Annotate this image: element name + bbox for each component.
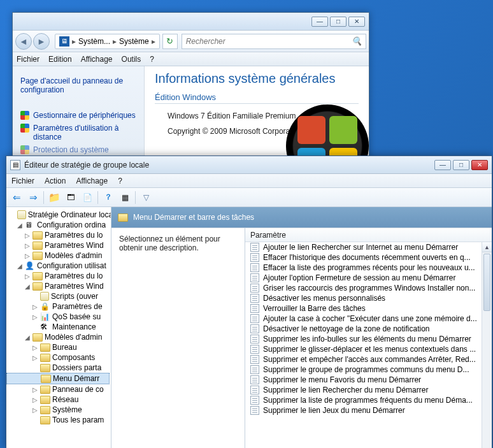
list-item[interactable]: Supprimer le lien Jeux du menu Démarrer xyxy=(245,405,492,415)
folder-icon xyxy=(41,375,51,383)
tree-item[interactable]: ▷Panneau de co xyxy=(6,384,111,394)
link-device-manager[interactable]: Gestionnaire de périphériques xyxy=(20,111,136,120)
tree-item[interactable]: ▷Réseau xyxy=(6,394,111,405)
list-item[interactable]: Supprimer le groupe de programmes commun… xyxy=(245,365,492,375)
tree-item[interactable]: Dossiers parta xyxy=(6,363,111,373)
link-remote-settings[interactable]: Paramètres d'utilisation à distance xyxy=(20,124,136,141)
nav-back-button[interactable]: ◄ xyxy=(15,33,32,50)
toolbar-show-hide-button[interactable]: 🗔 xyxy=(63,190,78,205)
folder-icon xyxy=(40,364,50,372)
list-item[interactable]: Effacer l'historique des documents récem… xyxy=(245,252,492,263)
shield-icon xyxy=(20,145,29,154)
list-item[interactable]: Ajouter la case à cocher "Exécuter dans … xyxy=(245,314,492,324)
toolbar-back-button[interactable]: ⇐ xyxy=(9,190,24,205)
list-item[interactable]: Verrouiller la Barre des tâches xyxy=(245,303,492,314)
refresh-button[interactable]: ↻ xyxy=(162,34,178,49)
setting-icon xyxy=(250,304,259,313)
setting-icon xyxy=(250,294,259,303)
tree-item[interactable]: ▷Paramètres du lo xyxy=(6,230,111,240)
setting-icon xyxy=(250,284,259,293)
system-navbar: ◄ ► 🖥 ▸ Systèm... ▸ Système ▸ ↻ 🔍 xyxy=(13,31,369,52)
maximize-button[interactable]: □ xyxy=(453,160,469,170)
search-box[interactable]: 🔍 xyxy=(182,34,366,49)
menu-edit[interactable]: Edition xyxy=(48,55,72,64)
scroll-thumb[interactable] xyxy=(483,254,490,311)
list-item-label: Effacer la liste des programmes récents … xyxy=(263,263,475,272)
tree-root[interactable]: Stratégie Ordinateur loca xyxy=(6,210,111,220)
menu-file[interactable]: Fichier xyxy=(17,55,39,64)
list-item-label: Griser les raccourcis des programmes Win… xyxy=(263,284,475,293)
tree-computer-config[interactable]: ◢🖥Configuration ordina xyxy=(6,220,111,230)
tree-item[interactable]: ▷📊QoS basée su xyxy=(6,312,111,322)
menu-view[interactable]: Affichage xyxy=(76,177,108,185)
link-system-protection[interactable]: Protection du système xyxy=(20,145,136,154)
grid-icon: ▦ xyxy=(122,193,129,202)
list-item[interactable]: Supprimer et empêcher l'accès aux comman… xyxy=(245,354,492,365)
right-pane-title: Menu Démarrer et barre des tâches xyxy=(133,213,254,222)
setting-icon xyxy=(250,314,259,323)
tree-item[interactable]: ▷Modèles d'admin xyxy=(6,250,111,261)
folder-icon xyxy=(32,242,43,250)
menu-help[interactable]: ? xyxy=(150,55,154,64)
tree-item[interactable]: ▷Paramètres Wind xyxy=(6,240,111,250)
list-item[interactable]: Effacer la liste des programmes récents … xyxy=(245,263,492,273)
toolbar-up-button[interactable]: 📁 xyxy=(46,190,62,205)
list-item[interactable]: Ajouter l'option Fermeture de session au… xyxy=(245,273,492,283)
nav-forward-button[interactable]: ► xyxy=(33,33,50,50)
list-item[interactable]: Désactiver les menus personnalisés xyxy=(245,293,492,303)
policy-icon xyxy=(17,210,26,219)
tree-item[interactable]: ▷Paramètres du lo xyxy=(6,271,111,281)
list-item[interactable]: Désactiver le nettoyage de la zone de no… xyxy=(245,324,492,334)
menu-view[interactable]: Affichage xyxy=(81,55,113,64)
menu-file[interactable]: Fichier xyxy=(11,177,34,185)
close-button[interactable]: ✕ xyxy=(471,160,488,170)
list-item[interactable]: Supprimer le glisser-déplacer et les men… xyxy=(245,344,492,354)
export-icon: 📄 xyxy=(83,193,92,202)
toolbar-settings-button[interactable]: ▦ xyxy=(117,190,132,205)
list-item[interactable]: Supprimer la liste de programmes fréquen… xyxy=(245,395,492,405)
tree-item[interactable]: Tous les param xyxy=(6,415,111,425)
list-item[interactable]: Supprimer le lien Rechercher du menu Dém… xyxy=(245,385,492,395)
tree-item[interactable]: ◢Paramètres Wind xyxy=(6,281,111,291)
list-item[interactable]: Ajouter le lien Rechercher sur Internet … xyxy=(245,242,492,252)
tree-item[interactable]: Scripts (ouver xyxy=(6,291,111,301)
column-header[interactable]: Paramètre xyxy=(245,228,492,242)
policy-tree[interactable]: Stratégie Ordinateur loca ◢🖥Configuratio… xyxy=(6,207,111,448)
tree-item[interactable]: 🛠Maintenance xyxy=(6,322,111,332)
list-item[interactable]: Supprimer les info-bulles sur les élémen… xyxy=(245,334,492,344)
breadcrumb-sep-icon: ▸ xyxy=(152,37,155,46)
tree-item[interactable]: ▷🔒Paramètres de xyxy=(6,301,111,312)
menu-tools[interactable]: Outils xyxy=(122,55,141,64)
tree-item[interactable]: ◢Modèles d'admin xyxy=(6,332,111,342)
list-item[interactable]: Griser les raccourcis des programmes Win… xyxy=(245,283,492,293)
menu-help[interactable]: ? xyxy=(118,177,122,185)
tree-item-selected[interactable]: Menu Démarr xyxy=(6,373,110,384)
list-item[interactable]: Supprimer le menu Favoris du menu Démarr… xyxy=(245,375,492,385)
toolbar-forward-button[interactable]: ⇒ xyxy=(25,190,41,205)
setting-icon xyxy=(250,324,259,333)
tree-item[interactable]: ▷Système xyxy=(6,405,111,415)
breadcrumb-sep-icon: ▸ xyxy=(113,37,117,46)
menu-action[interactable]: Action xyxy=(45,177,66,185)
toolbar-export-button[interactable]: 📄 xyxy=(80,190,95,205)
minimize-button[interactable]: — xyxy=(434,160,451,170)
folder-icon xyxy=(40,396,50,404)
tree-item[interactable]: ▷Bureau xyxy=(6,342,111,352)
minimize-button[interactable]: — xyxy=(311,17,328,27)
maximize-button[interactable]: □ xyxy=(330,17,347,27)
breadcrumb-item[interactable]: Systèm... xyxy=(78,37,110,46)
close-button[interactable]: ✕ xyxy=(348,17,365,27)
folder-up-icon: 📁 xyxy=(48,192,61,203)
search-input[interactable] xyxy=(186,37,352,46)
setting-icon xyxy=(250,273,259,282)
scroll-up-button[interactable]: ▲ xyxy=(482,242,492,252)
setting-icon xyxy=(250,406,259,415)
scrollbar[interactable]: ▲ xyxy=(482,242,492,448)
toolbar-help-button[interactable]: ？ xyxy=(101,190,116,205)
breadcrumb-item[interactable]: Système xyxy=(119,37,149,46)
tree-user-config[interactable]: ◢👤Configuration utilisat xyxy=(6,261,111,271)
breadcrumb[interactable]: 🖥 ▸ Systèm... ▸ Système ▸ xyxy=(55,34,160,49)
tree-item[interactable]: ▷Composants xyxy=(6,352,111,363)
toolbar-filter-button[interactable]: ▽ xyxy=(138,190,154,205)
link-control-panel-home[interactable]: Page d'accueil du panneau de configurati… xyxy=(20,76,136,94)
